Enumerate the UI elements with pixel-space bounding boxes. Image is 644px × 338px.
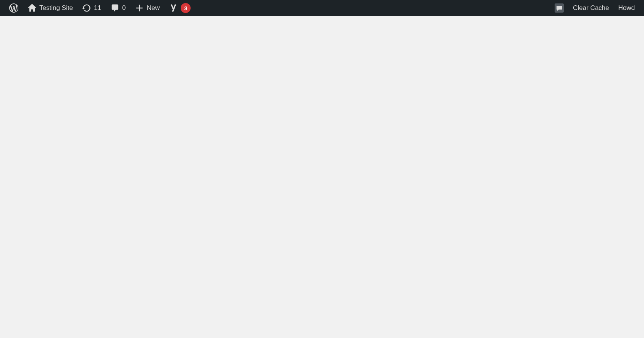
notifications[interactable] [550,3,568,13]
seo[interactable]: 3 [164,3,195,13]
plus-icon [135,3,144,13]
updates[interactable]: 11 [78,3,106,13]
clear-cache-label: Clear Cache [573,4,609,12]
admin-bar: Testing Site 11 0 New 3 Clear Cache Howd [0,0,644,16]
yoast-icon [169,3,178,13]
comments-count: 0 [122,4,126,12]
update-icon [82,3,91,13]
seo-badge: 3 [181,3,191,13]
wordpress-icon [9,3,18,13]
updates-count: 11 [94,4,101,12]
comments[interactable]: 0 [106,3,130,13]
message-icon [555,3,564,13]
home-icon [28,3,37,13]
comment-icon [110,3,120,13]
wp-logo[interactable] [5,3,23,13]
site-name-label: Testing Site [39,4,73,12]
howdy-label: Howd [618,4,635,12]
howdy[interactable]: Howd [614,4,639,12]
site-name[interactable]: Testing Site [23,3,78,13]
new-label: New [147,4,160,12]
clear-cache[interactable]: Clear Cache [568,4,614,12]
new-content[interactable]: New [130,3,164,13]
